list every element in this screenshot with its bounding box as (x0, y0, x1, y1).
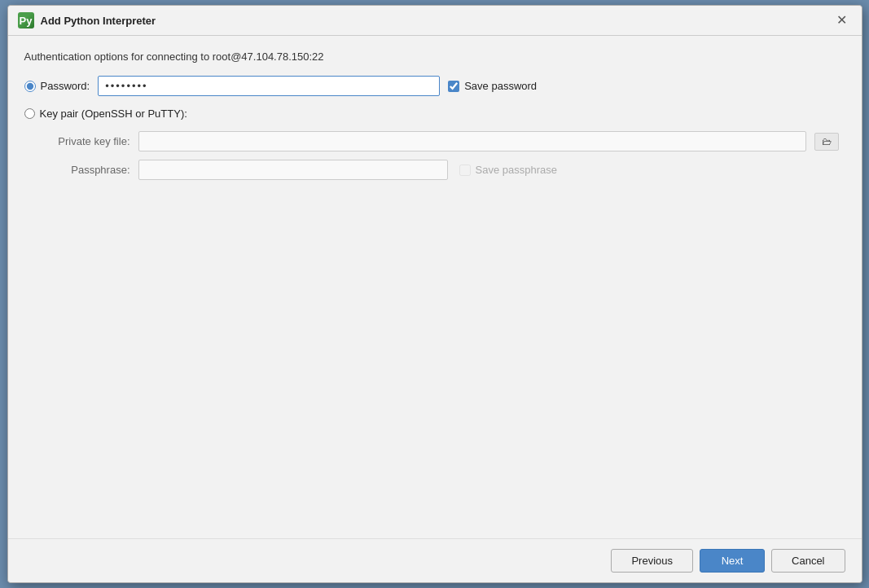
next-button[interactable]: Next (700, 549, 765, 573)
private-key-input[interactable] (138, 131, 806, 151)
password-radio-label[interactable]: Password: (41, 80, 90, 92)
save-password-label[interactable]: Save password (464, 80, 537, 92)
file-browse-button[interactable]: 🗁 (814, 133, 839, 151)
keypair-section: Private key file: 🗁 Passphrase: Save pas… (41, 131, 845, 180)
auth-section: Password: Save password Key pair (OpenSS… (24, 76, 845, 180)
password-section: Password: Save password (24, 76, 845, 96)
previous-button[interactable]: Previous (611, 549, 693, 573)
cancel-button[interactable]: Cancel (771, 549, 845, 573)
save-passphrase-label: Save passphrase (476, 164, 557, 176)
keypair-radio-row: Key pair (OpenSSH or PuTTY): (24, 108, 845, 120)
dialog-subtitle: Authentication options for connecting to… (24, 50, 845, 63)
title-bar-left: Py Add Python Interpreter (18, 12, 156, 29)
password-radio[interactable] (24, 81, 36, 92)
save-passphrase-checkbox[interactable] (459, 165, 471, 176)
passphrase-input[interactable] (138, 160, 448, 180)
dialog-title: Add Python Interpreter (41, 15, 156, 27)
save-passphrase-row: Save passphrase (459, 164, 557, 176)
password-radio-row: Password: (24, 80, 90, 92)
dialog-window: Py Add Python Interpreter ✕ Authenticati… (7, 5, 862, 583)
title-bar: Py Add Python Interpreter ✕ (8, 6, 862, 36)
keypair-radio-label[interactable]: Key pair (OpenSSH or PuTTY): (40, 108, 187, 120)
app-icon: Py (18, 12, 34, 29)
password-input[interactable] (98, 76, 440, 96)
close-button[interactable]: ✕ (832, 12, 852, 29)
save-password-row: Save password (448, 80, 537, 92)
save-password-checkbox[interactable] (448, 81, 459, 92)
keypair-radio[interactable] (24, 108, 35, 119)
passphrase-label: Passphrase: (41, 164, 130, 176)
dialog-body: Authentication options for connecting to… (8, 36, 862, 538)
private-key-label: Private key file: (41, 135, 130, 147)
private-key-row: Private key file: 🗁 (41, 131, 845, 151)
passphrase-row: Passphrase: Save passphrase (41, 160, 845, 180)
dialog-footer: Previous Next Cancel (8, 538, 862, 582)
